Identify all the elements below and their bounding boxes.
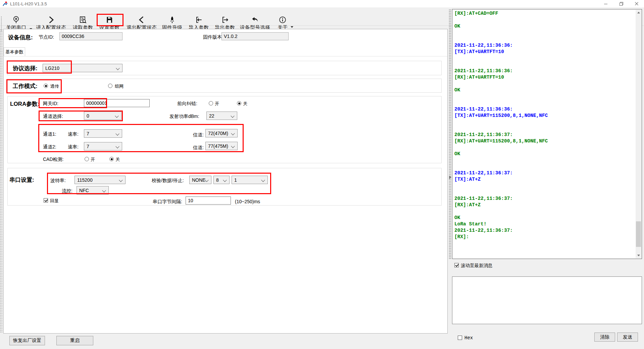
fec-off-label: 关: [243, 101, 247, 107]
protocol-select[interactable]: LG210: [43, 64, 122, 72]
log-line: OK: [454, 87, 635, 93]
log-line: [454, 157, 635, 164]
channel1-rate-combo[interactable]: 7: [84, 129, 122, 138]
stop-bits-combo[interactable]: 1: [232, 176, 268, 184]
flow-label: 流控:: [62, 188, 72, 194]
scroll-down-arrow[interactable]: [636, 253, 641, 258]
cad-off-label: 关: [115, 157, 120, 163]
log-line: [RX]:AT+Z: [454, 202, 635, 208]
log-line: OK: [454, 151, 635, 157]
node-id-field[interactable]: [59, 32, 122, 40]
about-icon: [278, 15, 287, 24]
send-button[interactable]: 发送: [617, 333, 638, 342]
channel2-rate-combo[interactable]: 7: [84, 142, 122, 150]
toolbar-overflow-caret[interactable]: [291, 26, 293, 28]
log-line: 2021-11-22,11:36:37:: [454, 132, 635, 138]
log-line: [454, 164, 635, 170]
factory-reset-button[interactable]: 恢复出厂设置: [9, 336, 45, 345]
scroll-up-arrow[interactable]: [636, 10, 641, 15]
network-mode-label: 组网: [115, 83, 123, 89]
panel-splitter[interactable]: [449, 9, 451, 259]
log-line: [TX]:AT+UARTFT=10: [454, 49, 635, 55]
clear-label: 清除: [600, 334, 609, 340]
factory-reset-label: 恢复出厂设置: [13, 338, 41, 344]
tab-basic-params[interactable]: 基本参数: [4, 47, 25, 56]
hex-checkbox[interactable]: [458, 336, 462, 340]
radio-fec-on[interactable]: [209, 101, 213, 105]
close-button[interactable]: [630, 0, 644, 7]
export-params-icon: [220, 15, 229, 24]
transparent-mode-label: 透传: [50, 83, 59, 89]
parity-value: NONE: [192, 177, 205, 183]
parity-combo[interactable]: NONE: [189, 176, 211, 184]
log-line: [454, 17, 635, 23]
close-icon: [635, 2, 639, 6]
gateway-id-label: 网关ID:: [43, 101, 58, 107]
radio-cad-off[interactable]: [109, 157, 114, 161]
baud-label: 波特率:: [50, 178, 66, 184]
channel2-freq-combo[interactable]: 77(475M): [205, 142, 238, 150]
channel1-freq-combo[interactable]: 72(470M): [205, 129, 238, 137]
read-params-icon: [79, 15, 87, 24]
channel1-freq-value: 72(470M): [208, 131, 228, 136]
minimize-icon: [604, 2, 608, 6]
byte-interval-hint: (10~250)ms: [235, 199, 260, 204]
splitter-collapse-arrow[interactable]: [449, 175, 451, 179]
log-line: 2021-11-22,11:36:37:: [454, 195, 635, 202]
log-line: [RX]:AT+CAD=OFF: [454, 10, 635, 17]
device-model-icon: [251, 15, 259, 24]
log-line: [454, 189, 635, 195]
byte-interval-input[interactable]: [186, 197, 231, 205]
scroll-latest-checkbox[interactable]: [454, 263, 459, 267]
log-scrollbar[interactable]: [636, 10, 641, 258]
log-line: OK: [454, 23, 635, 30]
gateway-id-input[interactable]: [84, 99, 150, 107]
log-line: 2021-11-22,11:36:36:: [454, 106, 635, 113]
send-input[interactable]: [452, 276, 642, 324]
radio-fec-off[interactable]: [237, 101, 241, 105]
radio-network-mode[interactable]: [108, 84, 112, 88]
restart-button[interactable]: 重启: [56, 336, 93, 345]
flow-value: NFC: [79, 188, 89, 193]
channel-select-combo[interactable]: 0: [84, 112, 121, 120]
log-line: 2021-11-22,11:36:37:: [454, 227, 635, 234]
baud-combo[interactable]: 115200: [75, 176, 126, 184]
channel1-freq-label: 信道:: [193, 132, 204, 138]
radio-cad-on[interactable]: [85, 157, 89, 161]
channel2-rate-value: 7: [87, 144, 89, 149]
title-bar: L101-L-H20 V1.3.5: [0, 0, 644, 7]
radio-transparent-mode[interactable]: [44, 84, 48, 88]
tx-power-combo[interactable]: 22: [206, 112, 237, 120]
log-line: [454, 61, 635, 68]
work-mode-label: 工作模式:: [13, 82, 38, 90]
log-line: [RX]:AT+UARTFT=10: [454, 74, 635, 81]
send-label: 发送: [623, 334, 632, 340]
scrollbar-thumb[interactable]: [636, 221, 641, 247]
channel1-rate-value: 7: [87, 131, 89, 136]
channel2-freq-value: 77(475M): [208, 143, 228, 149]
left-grip: [0, 29, 2, 333]
firmware-field[interactable]: [221, 32, 289, 40]
log-line: [454, 93, 635, 100]
baud-value: 115200: [77, 177, 93, 183]
log-line: [454, 81, 635, 87]
flow-combo[interactable]: NFC: [77, 186, 109, 194]
data-bits-combo[interactable]: 8: [213, 176, 230, 184]
lora-params-label: LORA参数:: [10, 100, 40, 108]
channel2-label: 通道2:: [43, 144, 56, 150]
echo-checkbox[interactable]: [44, 198, 48, 203]
minimize-button[interactable]: [599, 0, 613, 7]
clear-button[interactable]: 清除: [594, 333, 615, 342]
log-line: [RX]:AT+UART=115200,8,1,NONE,NFC: [454, 138, 635, 144]
scroll-latest-label: 滚动至最新消息: [461, 263, 493, 269]
parity-data-stop-label: 校验/数据/停止:: [152, 178, 184, 184]
log-line: 2021-11-22,11:36:36:: [454, 68, 635, 74]
log-line: [454, 119, 635, 125]
log-line: [TX]:AT+UART=115200,8,1,NONE,NFC: [454, 113, 635, 119]
restore-button[interactable]: [614, 0, 628, 7]
log-line: OK: [454, 215, 635, 221]
restart-label: 重启: [70, 338, 80, 344]
cad-on-label: 开: [91, 157, 95, 163]
protocol-value: LG210: [45, 66, 59, 71]
log-output[interactable]: [RX]:AT+CAD=OFF OK 2021-11-22,11:36:36:[…: [454, 10, 635, 240]
